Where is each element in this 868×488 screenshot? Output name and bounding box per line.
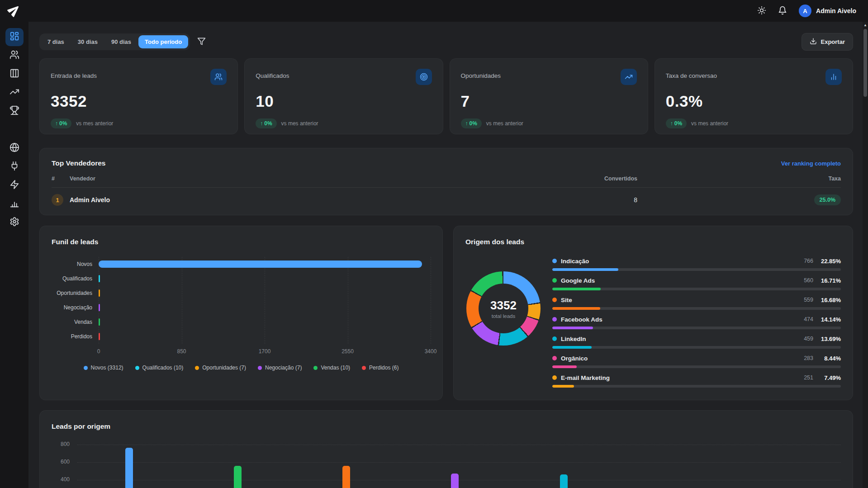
kpi-value: 0.3%: [666, 92, 842, 110]
kpi-label: Oportunidades: [461, 69, 501, 79]
source-bar: [552, 268, 618, 271]
legend-label: Negociação (7): [265, 365, 302, 371]
source-name: Indicação: [561, 258, 589, 265]
funnel-bar: [99, 261, 422, 268]
sidebar-item-kanban[interactable]: [5, 65, 24, 83]
range-7-dias-button[interactable]: 7 dias: [41, 35, 71, 48]
table-row[interactable]: 1 Admin Aivelo 8 25.0%: [52, 188, 841, 206]
source-dot: [552, 259, 557, 263]
range-90-dias-button[interactable]: 90 dias: [105, 35, 138, 48]
source-value: 251: [804, 374, 813, 381]
gridline: [77, 462, 841, 463]
origem-title: Origem dos leads: [465, 238, 841, 246]
trend-up-arrow-icon: ↑: [55, 120, 58, 127]
y-tick: 400: [52, 476, 70, 483]
plug-icon: [9, 161, 19, 173]
y-tick: 600: [52, 459, 70, 465]
donut-total: 3352: [490, 298, 517, 313]
source-pct: 8.44%: [817, 355, 841, 362]
dashboard-page: A Admin Aivelo: [0, 0, 868, 488]
leads-bar: [560, 474, 568, 488]
scroll-up-arrow-icon[interactable]: ▲: [863, 22, 868, 28]
legend-label: Oportunidades (7): [202, 365, 246, 371]
funnel-label: Novos: [52, 261, 92, 267]
user-menu[interactable]: A Admin Aivelo: [799, 5, 856, 17]
sidebar-item-reports[interactable]: [5, 195, 24, 213]
source-dot: [552, 317, 557, 322]
trending-up-icon: [621, 69, 637, 85]
funnel-bar: [99, 333, 100, 340]
x-tick: 850: [177, 348, 186, 355]
y-tick: 800: [52, 441, 70, 447]
sidebar-item-settings[interactable]: [5, 213, 24, 232]
scrollbar-thumb[interactable]: [863, 29, 867, 97]
legend-dot: [195, 366, 199, 370]
delta-badge: ↑0%: [666, 118, 687, 128]
dashboard-grid-icon: [9, 31, 19, 43]
source-value: 766: [804, 258, 813, 264]
kpi-card-entrada-de-leads: Entrada de leads 3352 ↑0% vs mes anterio…: [39, 58, 238, 134]
legend-dot: [313, 366, 318, 370]
legend-label: Perdidos (6): [369, 365, 398, 371]
theme-toggle-button[interactable]: [757, 6, 766, 16]
filter-button[interactable]: [197, 37, 206, 47]
ver-ranking-completo-link[interactable]: Ver ranking completo: [781, 160, 841, 167]
x-tick: 1700: [259, 348, 271, 355]
kpi-card-qualificados: Qualificados 10 ↑0% vs mes anterior: [244, 58, 443, 134]
sidebar-item-web[interactable]: [5, 139, 24, 157]
source-dot: [552, 375, 557, 380]
source-name: E-mail Marketing: [561, 374, 610, 381]
kpi-note: vs mes anterior: [281, 120, 318, 127]
topbar: A Admin Aivelo: [0, 0, 868, 22]
kpi-value: 10: [256, 92, 432, 110]
kpi-value: 7: [461, 92, 637, 110]
sidebar-item-dashboard[interactable]: [5, 28, 24, 46]
list-item: Google Ads56016.71%: [552, 276, 841, 290]
source-dot: [552, 298, 557, 302]
sidebar-item-automations[interactable]: [5, 176, 24, 194]
source-bar: [552, 365, 577, 368]
range-30-dias-button[interactable]: 30 dias: [71, 35, 104, 48]
source-name: Facebook Ads: [561, 316, 602, 323]
globe-icon: [9, 142, 19, 154]
download-icon: [810, 38, 817, 46]
range-todo-periodo-button[interactable]: Todo período: [138, 35, 188, 48]
export-button[interactable]: Exportar: [802, 33, 853, 51]
topbar-actions: A Admin Aivelo: [757, 5, 868, 17]
source-value: 459: [804, 336, 813, 342]
source-name: LinkedIn: [561, 336, 586, 342]
delta-badge: ↑0%: [461, 118, 482, 128]
trend-up-arrow-icon: ↑: [260, 120, 263, 127]
source-dot: [552, 278, 557, 283]
col-vendedor: Vendedor: [70, 175, 547, 182]
source-name: Orgânico: [561, 355, 588, 362]
source-bar: [552, 327, 593, 329]
sidebar-item-ranking[interactable]: [5, 102, 24, 120]
list-item: LinkedIn45913.69%: [552, 335, 841, 349]
donut-total-label: total leads: [492, 313, 515, 319]
kpi-value: 3352: [51, 92, 227, 110]
kpi-note: vs mes anterior: [76, 120, 113, 127]
source-pct: 14.14%: [817, 316, 841, 323]
legend-label: Vendas (10): [321, 365, 350, 371]
sidebar-item-leads[interactable]: [5, 47, 24, 65]
source-dot: [552, 356, 557, 360]
leads-bar: [451, 474, 459, 488]
source-name: Google Ads: [561, 277, 595, 284]
delta-value: 0%: [59, 120, 67, 127]
list-item: E-mail Marketing2517.49%: [552, 374, 841, 388]
x-tick: 3400: [425, 348, 437, 355]
col-rank: #: [52, 175, 70, 182]
funnel-bar: [99, 318, 100, 326]
delta-badge: ↑0%: [256, 118, 276, 128]
funnel-bar: [99, 289, 100, 297]
sidebar-item-integrations[interactable]: [5, 158, 24, 176]
notifications-button[interactable]: [778, 6, 787, 16]
sidebar-item-performance[interactable]: [5, 84, 24, 102]
app-logo[interactable]: [0, 3, 28, 19]
legend-label: Qualificados (10): [142, 365, 184, 371]
kpi-label: Entrada de leads: [51, 69, 97, 79]
source-bar: [552, 288, 601, 290]
x-tick: 0: [97, 348, 100, 355]
scrollbar-track[interactable]: ▲: [863, 22, 868, 488]
